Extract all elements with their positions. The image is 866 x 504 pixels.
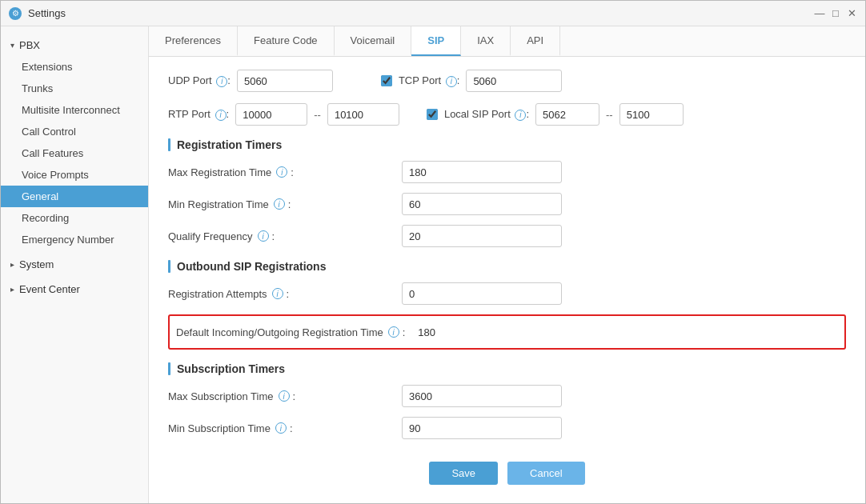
default-incoming-input[interactable]	[415, 321, 575, 343]
event-center-arrow-icon: ▸	[10, 285, 14, 294]
system-arrow-icon: ▸	[10, 260, 14, 269]
max-sub-time-label: Max Subscription Time i:	[168, 390, 392, 402]
default-incoming-row: Default Incoming/Outgoing Registration T…	[168, 314, 846, 350]
reg-attempts-input[interactable]	[402, 282, 562, 305]
registration-timers-bar	[168, 138, 170, 151]
form-area: UDP Port i: TCP Port i:	[149, 57, 865, 503]
default-incoming-label: Default Incoming/Outgoing Registration T…	[176, 326, 405, 338]
max-reg-time-info-icon[interactable]: i	[276, 166, 287, 178]
tcp-checkbox-wrap	[381, 75, 392, 86]
main-content: ▾ PBX Extensions Trunks Multisite Interc…	[1, 26, 865, 503]
reg-attempts-label: Registration Attempts i:	[168, 288, 392, 300]
max-sub-time-input[interactable]	[402, 385, 562, 407]
rtp-port-to-input[interactable]	[327, 103, 399, 126]
tab-feature-code[interactable]: Feature Code	[238, 26, 335, 56]
qualify-freq-info-icon[interactable]: i	[258, 230, 269, 242]
local-sip-port-group: Local SIP Port i: --	[427, 103, 684, 126]
local-sip-checkbox[interactable]	[427, 109, 438, 120]
rtp-port-info-icon[interactable]: i	[215, 110, 227, 121]
qualify-freq-input[interactable]	[402, 225, 562, 247]
sidebar-item-general[interactable]: General	[1, 186, 148, 207]
subscription-timers-section-title: Subscription Timers	[168, 362, 846, 375]
min-sub-time-row: Min Subscription Time i:	[168, 417, 846, 439]
tcp-port-label: TCP Port i:	[399, 74, 459, 87]
tab-voicemail[interactable]: Voicemail	[335, 26, 412, 56]
max-sub-time-row: Max Subscription Time i:	[168, 385, 846, 407]
min-reg-time-label: Min Registration Time i:	[168, 198, 392, 210]
sidebar-item-emergency-number[interactable]: Emergency Number	[1, 229, 148, 250]
registration-timers-section-title: Registration Timers	[168, 138, 846, 151]
reg-attempts-info-icon[interactable]: i	[272, 288, 283, 299]
min-sub-time-input[interactable]	[402, 417, 562, 439]
local-sip-port-label: Local SIP Port i:	[444, 108, 529, 121]
sidebar-section-system: ▸ System	[1, 254, 148, 275]
sidebar-section-pbx: ▾ PBX Extensions Trunks Multisite Interc…	[1, 34, 148, 250]
registration-timers-label: Registration Timers	[177, 138, 282, 151]
tcp-port-info-icon[interactable]: i	[446, 76, 457, 87]
content-area: Preferences Feature Code Voicemail SIP I…	[149, 26, 865, 503]
sidebar-section-pbx-header[interactable]: ▾ PBX	[1, 34, 148, 56]
minimize-button[interactable]: —	[814, 8, 825, 19]
tab-sip[interactable]: SIP	[411, 26, 461, 56]
max-reg-time-label: Max Registration Time i:	[168, 166, 392, 178]
save-button[interactable]: Save	[429, 462, 498, 485]
tcp-port-checkbox[interactable]	[381, 75, 392, 86]
sidebar-item-extensions[interactable]: Extensions	[1, 56, 148, 78]
local-sip-port-from-input[interactable]	[535, 103, 599, 126]
qualify-freq-row: Qualify Frequency i:	[168, 225, 846, 247]
min-sub-time-label: Min Subscription Time i:	[168, 422, 392, 434]
udp-port-label: UDP Port i:	[168, 74, 231, 87]
sidebar: ▾ PBX Extensions Trunks Multisite Interc…	[1, 26, 149, 503]
window-controls: — □ ✕	[814, 8, 857, 19]
sidebar-section-system-header[interactable]: ▸ System	[1, 254, 148, 275]
tab-api[interactable]: API	[511, 26, 560, 56]
tab-iax[interactable]: IAX	[461, 26, 511, 56]
min-reg-time-info-icon[interactable]: i	[274, 198, 285, 210]
max-reg-time-input[interactable]	[402, 161, 562, 183]
default-incoming-info-icon[interactable]: i	[388, 326, 399, 338]
qualify-freq-label: Qualify Frequency i:	[168, 230, 392, 242]
window-title: Settings	[28, 7, 814, 19]
titlebar: ⚙ Settings — □ ✕	[1, 1, 865, 26]
sidebar-item-call-features[interactable]: Call Features	[1, 142, 148, 164]
rtp-port-label: RTP Port i:	[168, 108, 229, 121]
cancel-button[interactable]: Cancel	[507, 462, 584, 485]
rtp-port-group: RTP Port i: --	[168, 103, 399, 126]
udp-port-info-icon[interactable]: i	[216, 76, 227, 87]
sidebar-item-multisite[interactable]: Multisite Interconnect	[1, 99, 148, 121]
outbound-sip-bar	[168, 260, 170, 273]
close-button[interactable]: ✕	[846, 8, 857, 19]
tab-preferences[interactable]: Preferences	[149, 26, 238, 56]
min-reg-time-row: Min Registration Time i:	[168, 193, 846, 215]
settings-window: ⚙ Settings — □ ✕ ▾ PBX Extensions Trunks	[0, 0, 866, 504]
local-sip-range-sep: --	[606, 109, 613, 121]
local-sip-port-info-icon[interactable]: i	[515, 110, 526, 121]
subscription-timers-label: Subscription Timers	[177, 362, 285, 375]
reg-attempts-row: Registration Attempts i:	[168, 282, 846, 305]
local-sip-port-to-input[interactable]	[619, 103, 684, 126]
maximize-button[interactable]: □	[830, 8, 841, 19]
local-sip-checkbox-wrap	[427, 109, 438, 120]
app-icon: ⚙	[9, 7, 22, 20]
outbound-sip-label: Outbound SIP Registrations	[177, 260, 326, 273]
footer-buttons: Save Cancel	[168, 449, 846, 491]
min-reg-time-input[interactable]	[402, 193, 562, 215]
rtp-port-from-input[interactable]	[235, 103, 307, 126]
min-sub-time-info-icon[interactable]: i	[275, 422, 287, 434]
sidebar-item-trunks[interactable]: Trunks	[1, 78, 148, 99]
sidebar-item-voice-prompts[interactable]: Voice Prompts	[1, 164, 148, 186]
sidebar-section-event-center: ▸ Event Center	[1, 278, 148, 300]
tabs-bar: Preferences Feature Code Voicemail SIP I…	[149, 26, 865, 57]
tcp-port-group: TCP Port i:	[381, 70, 562, 92]
sidebar-item-recording[interactable]: Recording	[1, 207, 148, 229]
udp-port-input[interactable]	[237, 70, 333, 92]
sidebar-section-pbx-label: PBX	[19, 39, 40, 51]
sidebar-item-call-control[interactable]: Call Control	[1, 121, 148, 142]
udp-port-group: UDP Port i:	[168, 70, 333, 92]
sidebar-section-event-center-header[interactable]: ▸ Event Center	[1, 278, 148, 300]
tcp-port-input[interactable]	[466, 70, 562, 92]
outbound-sip-section-title: Outbound SIP Registrations	[168, 260, 846, 273]
subscription-timers-bar	[168, 362, 170, 375]
max-sub-time-info-icon[interactable]: i	[279, 390, 290, 402]
rtp-range-sep: --	[314, 109, 321, 121]
